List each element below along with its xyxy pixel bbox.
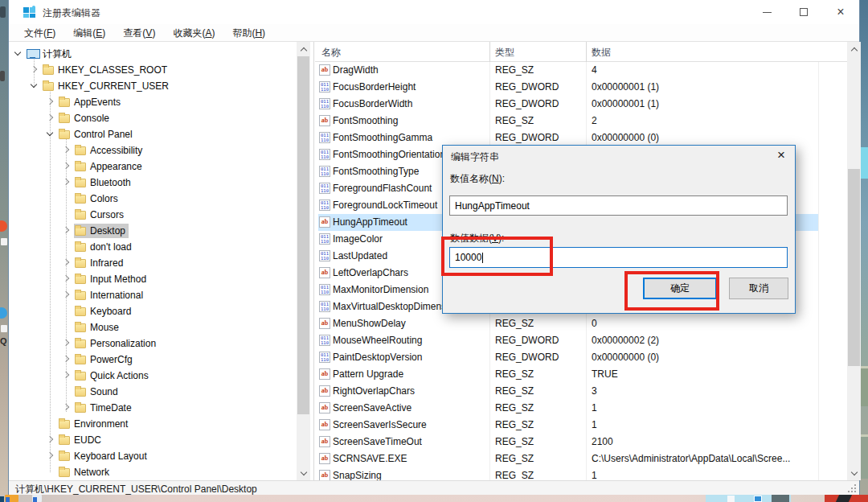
tree-scrollbar[interactable] (297, 42, 310, 480)
tree-node-box[interactable]: Personalization (74, 336, 159, 351)
tree-item-mouse[interactable]: Mouse (9, 319, 295, 335)
scroll-up-icon[interactable] (297, 42, 310, 56)
chevron-expanded-icon[interactable] (14, 49, 21, 56)
value-row-fontsmoothing[interactable]: abFontSmoothingREG_SZ2 (318, 113, 818, 130)
chevron-collapsed-icon[interactable] (63, 275, 69, 282)
tree-item-keyboard-layout[interactable]: Keyboard Layout (9, 448, 295, 464)
tree-node-box[interactable]: AppEvents (58, 95, 124, 109)
value-row-menushowdelay[interactable]: abMenuShowDelayREG_SZ0 (318, 315, 818, 332)
chevron-collapsed-icon[interactable] (63, 179, 69, 185)
tree-item-quick-actions[interactable]: Quick Actions (9, 368, 295, 384)
tree-item-eudc[interactable]: EUDC (9, 432, 295, 448)
chevron-collapsed-icon[interactable] (47, 452, 53, 459)
tree-item-desktop[interactable]: Desktop (9, 223, 295, 239)
chevron-collapsed-icon[interactable] (63, 146, 69, 153)
menu-item-e[interactable]: 编辑(E) (64, 24, 114, 41)
tree-node-box[interactable]: Bluetooth (74, 175, 134, 190)
tree-node-box[interactable]: EUDC (58, 433, 104, 447)
cancel-button[interactable]: 取消 (729, 278, 788, 299)
tree-node-box[interactable]: Mouse (74, 320, 122, 335)
tree-item-sound[interactable]: Sound (9, 384, 295, 400)
list-scrollbar[interactable] (847, 42, 861, 480)
tree-node-box[interactable]: International (74, 288, 146, 302)
tree-item-powercfg[interactable]: PowerCfg (9, 352, 295, 368)
value-row-dragwidth[interactable]: abDragWidthREG_SZ4 (318, 62, 818, 79)
tree-node-box[interactable]: Quick Actions (74, 368, 152, 383)
tree-item-appevents[interactable]: AppEvents (9, 94, 295, 110)
chevron-collapsed-icon[interactable] (63, 227, 69, 233)
tree-item-timedate[interactable]: TimeDate (9, 400, 295, 416)
column-header-name[interactable]: 名称 (321, 46, 341, 60)
chevron-collapsed-icon[interactable] (63, 259, 69, 265)
tree-item-control-panel[interactable]: Control Panel (9, 126, 295, 142)
chevron-collapsed-icon[interactable] (63, 163, 69, 169)
resize-grip[interactable] (848, 484, 856, 492)
value-row-screensaveactive[interactable]: abScreenSaveActiveREG_SZ1 (318, 400, 818, 417)
tree-node-box[interactable]: Keyboard (74, 304, 134, 319)
tree-item-international[interactable]: International (9, 287, 295, 303)
tree-item-colors[interactable]: Colors (9, 191, 295, 207)
value-row-focusborderheight[interactable]: 011110FocusBorderHeightREG_DWORD0x000000… (318, 79, 818, 96)
tree-node-box[interactable]: HKEY_CURRENT_USER (42, 79, 172, 93)
chevron-expanded-icon[interactable] (31, 81, 37, 88)
tree-item-cursors[interactable]: Cursors (9, 207, 295, 223)
tree-item-don-t-load[interactable]: don't load (9, 239, 295, 255)
tree-item-bluetooth[interactable]: Bluetooth (9, 175, 295, 191)
value-name-input[interactable]: HungAppTimeout (449, 195, 788, 216)
tree-node-box[interactable]: HKEY_CLASSES_ROOT (42, 63, 170, 77)
maximize-button[interactable] (785, 0, 822, 24)
list-scrollbar-thumb[interactable] (848, 169, 860, 366)
tree-item-network[interactable]: Network (9, 464, 295, 480)
chevron-collapsed-icon[interactable] (47, 114, 53, 121)
tree-node-box[interactable]: Keyboard Layout (58, 449, 150, 463)
tree-node-box[interactable]: Sound (74, 385, 121, 399)
scroll-down-icon[interactable] (297, 467, 310, 480)
chevron-collapsed-icon[interactable] (63, 372, 69, 378)
tree-node-box[interactable]: PowerCfg (74, 352, 136, 367)
chevron-collapsed-icon[interactable] (63, 356, 69, 362)
tree-node-box[interactable]: Environment (58, 417, 131, 431)
tree-node-box[interactable]: Control Panel (58, 127, 136, 142)
tree-node-box[interactable]: Appearance (74, 159, 145, 174)
menu-item-h[interactable]: 帮助(H) (223, 24, 274, 41)
tree-item-appearance[interactable]: Appearance (9, 158, 295, 175)
value-row-focusborderwidth[interactable]: 011110FocusBorderWidthREG_DWORD0x0000000… (318, 96, 818, 113)
value-row-screensaverissecure[interactable]: abScreenSaverIsSecureREG_SZ1 (318, 417, 818, 434)
tree-node-box[interactable]: Input Method (74, 272, 149, 286)
menu-item-v[interactable]: 查看(V) (114, 24, 164, 41)
tree-item-item[interactable]: 计算机 (9, 46, 295, 62)
chevron-expanded-icon[interactable] (47, 130, 53, 136)
tree-item-hkey-classes-root[interactable]: HKEY_CLASSES_ROOT (9, 62, 295, 78)
scroll-up-icon[interactable] (847, 42, 861, 56)
close-button[interactable]: × (822, 0, 859, 24)
dialog-close-icon[interactable]: × (774, 147, 788, 163)
value-row-scrnsave-exe[interactable]: abSCRNSAVE.EXEREG_SZC:\Users\Administrat… (318, 451, 818, 467)
value-row-paintdesktopversion[interactable]: 011110PaintDesktopVersionREG_DWORD0x0000… (318, 349, 818, 366)
tree-node-box[interactable]: Colors (74, 191, 121, 206)
chevron-collapsed-icon[interactable] (63, 339, 69, 346)
tree-node-box[interactable]: Cursors (74, 208, 127, 222)
tree-item-hkey-current-user[interactable]: HKEY_CURRENT_USER (9, 78, 295, 94)
chevron-collapsed-icon[interactable] (47, 98, 53, 105)
tree-node-box[interactable]: Infrared (74, 256, 126, 270)
chevron-collapsed-icon[interactable] (63, 291, 69, 298)
chevron-collapsed-icon[interactable] (31, 66, 37, 72)
chevron-collapsed-icon[interactable] (63, 404, 69, 410)
tree-node-box[interactable]: Console (58, 111, 113, 126)
tree-scrollbar-thumb[interactable] (297, 56, 309, 414)
value-row-fontsmoothinggamma[interactable]: 011110FontSmoothingGammaREG_DWORD0x00000… (318, 130, 818, 146)
menu-item-f[interactable]: 文件(F) (15, 24, 64, 41)
tree-item-accessibility[interactable]: Accessibility (9, 142, 295, 158)
tree-node-box[interactable]: TimeDate (74, 401, 135, 415)
tree-item-infrared[interactable]: Infrared (9, 255, 295, 271)
value-row-rightoverlapchars[interactable]: abRightOverlapCharsREG_SZ3 (318, 383, 818, 400)
minimize-button[interactable] (748, 0, 785, 24)
column-header-type[interactable]: 类型 (495, 46, 514, 60)
tree-item-personalization[interactable]: Personalization (9, 335, 295, 352)
value-row-screensavetimeout[interactable]: abScreenSaveTimeOutREG_SZ2100 (318, 434, 818, 451)
menu-item-a[interactable]: 收藏夹(A) (164, 24, 223, 41)
chevron-collapsed-icon[interactable] (47, 436, 53, 442)
tree-node-box[interactable]: don't load (74, 240, 135, 254)
tree-node-box[interactable]: 计算机 (26, 47, 75, 61)
column-header-data[interactable]: 数据 (592, 46, 611, 60)
